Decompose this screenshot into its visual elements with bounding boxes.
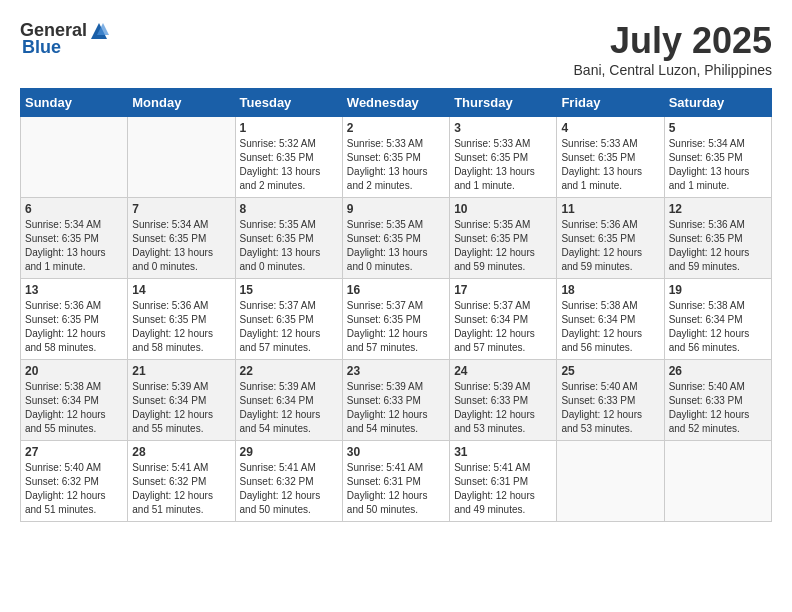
calendar-cell: 2Sunrise: 5:33 AM Sunset: 6:35 PM Daylig…	[342, 117, 449, 198]
calendar-cell: 5Sunrise: 5:34 AM Sunset: 6:35 PM Daylig…	[664, 117, 771, 198]
month-title: July 2025	[574, 20, 772, 62]
cell-info: Sunrise: 5:32 AM Sunset: 6:35 PM Dayligh…	[240, 137, 338, 193]
cell-info: Sunrise: 5:38 AM Sunset: 6:34 PM Dayligh…	[25, 380, 123, 436]
day-number: 8	[240, 202, 338, 216]
cell-info: Sunrise: 5:40 AM Sunset: 6:33 PM Dayligh…	[561, 380, 659, 436]
day-number: 2	[347, 121, 445, 135]
day-number: 21	[132, 364, 230, 378]
cell-info: Sunrise: 5:33 AM Sunset: 6:35 PM Dayligh…	[347, 137, 445, 193]
day-number: 18	[561, 283, 659, 297]
day-number: 9	[347, 202, 445, 216]
day-number: 17	[454, 283, 552, 297]
calendar-cell	[664, 441, 771, 522]
calendar-cell: 31Sunrise: 5:41 AM Sunset: 6:31 PM Dayli…	[450, 441, 557, 522]
calendar-cell: 10Sunrise: 5:35 AM Sunset: 6:35 PM Dayli…	[450, 198, 557, 279]
cell-info: Sunrise: 5:33 AM Sunset: 6:35 PM Dayligh…	[454, 137, 552, 193]
calendar-cell: 24Sunrise: 5:39 AM Sunset: 6:33 PM Dayli…	[450, 360, 557, 441]
day-number: 4	[561, 121, 659, 135]
cell-info: Sunrise: 5:39 AM Sunset: 6:33 PM Dayligh…	[454, 380, 552, 436]
day-number: 20	[25, 364, 123, 378]
day-number: 12	[669, 202, 767, 216]
day-number: 26	[669, 364, 767, 378]
cell-info: Sunrise: 5:34 AM Sunset: 6:35 PM Dayligh…	[669, 137, 767, 193]
subtitle: Bani, Central Luzon, Philippines	[574, 62, 772, 78]
calendar-cell: 27Sunrise: 5:40 AM Sunset: 6:32 PM Dayli…	[21, 441, 128, 522]
logo: General Blue	[20, 20, 111, 58]
calendar-cell: 20Sunrise: 5:38 AM Sunset: 6:34 PM Dayli…	[21, 360, 128, 441]
calendar-cell: 25Sunrise: 5:40 AM Sunset: 6:33 PM Dayli…	[557, 360, 664, 441]
calendar-cell: 3Sunrise: 5:33 AM Sunset: 6:35 PM Daylig…	[450, 117, 557, 198]
day-number: 5	[669, 121, 767, 135]
day-number: 10	[454, 202, 552, 216]
calendar-cell	[21, 117, 128, 198]
calendar-cell: 1Sunrise: 5:32 AM Sunset: 6:35 PM Daylig…	[235, 117, 342, 198]
title-section: July 2025 Bani, Central Luzon, Philippin…	[574, 20, 772, 78]
calendar-cell: 16Sunrise: 5:37 AM Sunset: 6:35 PM Dayli…	[342, 279, 449, 360]
cell-info: Sunrise: 5:37 AM Sunset: 6:35 PM Dayligh…	[347, 299, 445, 355]
cell-info: Sunrise: 5:34 AM Sunset: 6:35 PM Dayligh…	[25, 218, 123, 274]
day-number: 3	[454, 121, 552, 135]
day-number: 31	[454, 445, 552, 459]
calendar-header-row: SundayMondayTuesdayWednesdayThursdayFrid…	[21, 89, 772, 117]
calendar-cell: 15Sunrise: 5:37 AM Sunset: 6:35 PM Dayli…	[235, 279, 342, 360]
calendar-cell: 26Sunrise: 5:40 AM Sunset: 6:33 PM Dayli…	[664, 360, 771, 441]
cell-info: Sunrise: 5:40 AM Sunset: 6:33 PM Dayligh…	[669, 380, 767, 436]
calendar-cell: 19Sunrise: 5:38 AM Sunset: 6:34 PM Dayli…	[664, 279, 771, 360]
cell-info: Sunrise: 5:41 AM Sunset: 6:31 PM Dayligh…	[347, 461, 445, 517]
weekday-header: Monday	[128, 89, 235, 117]
calendar-cell: 18Sunrise: 5:38 AM Sunset: 6:34 PM Dayli…	[557, 279, 664, 360]
calendar-cell: 30Sunrise: 5:41 AM Sunset: 6:31 PM Dayli…	[342, 441, 449, 522]
day-number: 22	[240, 364, 338, 378]
calendar-cell: 22Sunrise: 5:39 AM Sunset: 6:34 PM Dayli…	[235, 360, 342, 441]
day-number: 13	[25, 283, 123, 297]
calendar-cell: 13Sunrise: 5:36 AM Sunset: 6:35 PM Dayli…	[21, 279, 128, 360]
calendar-cell	[128, 117, 235, 198]
calendar-cell	[557, 441, 664, 522]
calendar-week-row: 27Sunrise: 5:40 AM Sunset: 6:32 PM Dayli…	[21, 441, 772, 522]
weekday-header: Friday	[557, 89, 664, 117]
day-number: 6	[25, 202, 123, 216]
calendar-cell: 14Sunrise: 5:36 AM Sunset: 6:35 PM Dayli…	[128, 279, 235, 360]
day-number: 19	[669, 283, 767, 297]
logo-icon	[89, 21, 109, 41]
calendar-cell: 28Sunrise: 5:41 AM Sunset: 6:32 PM Dayli…	[128, 441, 235, 522]
calendar-week-row: 6Sunrise: 5:34 AM Sunset: 6:35 PM Daylig…	[21, 198, 772, 279]
calendar-cell: 8Sunrise: 5:35 AM Sunset: 6:35 PM Daylig…	[235, 198, 342, 279]
calendar-week-row: 20Sunrise: 5:38 AM Sunset: 6:34 PM Dayli…	[21, 360, 772, 441]
cell-info: Sunrise: 5:36 AM Sunset: 6:35 PM Dayligh…	[132, 299, 230, 355]
day-number: 28	[132, 445, 230, 459]
cell-info: Sunrise: 5:34 AM Sunset: 6:35 PM Dayligh…	[132, 218, 230, 274]
calendar-table: SundayMondayTuesdayWednesdayThursdayFrid…	[20, 88, 772, 522]
calendar-cell: 6Sunrise: 5:34 AM Sunset: 6:35 PM Daylig…	[21, 198, 128, 279]
logo-blue-text: Blue	[20, 37, 61, 58]
page-header: General Blue July 2025 Bani, Central Luz…	[20, 20, 772, 78]
weekday-header: Wednesday	[342, 89, 449, 117]
cell-info: Sunrise: 5:38 AM Sunset: 6:34 PM Dayligh…	[669, 299, 767, 355]
day-number: 14	[132, 283, 230, 297]
calendar-cell: 9Sunrise: 5:35 AM Sunset: 6:35 PM Daylig…	[342, 198, 449, 279]
weekday-header: Thursday	[450, 89, 557, 117]
day-number: 15	[240, 283, 338, 297]
calendar-cell: 29Sunrise: 5:41 AM Sunset: 6:32 PM Dayli…	[235, 441, 342, 522]
day-number: 7	[132, 202, 230, 216]
calendar-cell: 21Sunrise: 5:39 AM Sunset: 6:34 PM Dayli…	[128, 360, 235, 441]
cell-info: Sunrise: 5:41 AM Sunset: 6:32 PM Dayligh…	[240, 461, 338, 517]
day-number: 23	[347, 364, 445, 378]
day-number: 1	[240, 121, 338, 135]
cell-info: Sunrise: 5:36 AM Sunset: 6:35 PM Dayligh…	[25, 299, 123, 355]
cell-info: Sunrise: 5:40 AM Sunset: 6:32 PM Dayligh…	[25, 461, 123, 517]
cell-info: Sunrise: 5:35 AM Sunset: 6:35 PM Dayligh…	[454, 218, 552, 274]
calendar-week-row: 13Sunrise: 5:36 AM Sunset: 6:35 PM Dayli…	[21, 279, 772, 360]
day-number: 27	[25, 445, 123, 459]
cell-info: Sunrise: 5:38 AM Sunset: 6:34 PM Dayligh…	[561, 299, 659, 355]
calendar-cell: 4Sunrise: 5:33 AM Sunset: 6:35 PM Daylig…	[557, 117, 664, 198]
calendar-week-row: 1Sunrise: 5:32 AM Sunset: 6:35 PM Daylig…	[21, 117, 772, 198]
calendar-cell: 7Sunrise: 5:34 AM Sunset: 6:35 PM Daylig…	[128, 198, 235, 279]
calendar-cell: 12Sunrise: 5:36 AM Sunset: 6:35 PM Dayli…	[664, 198, 771, 279]
cell-info: Sunrise: 5:36 AM Sunset: 6:35 PM Dayligh…	[669, 218, 767, 274]
day-number: 29	[240, 445, 338, 459]
cell-info: Sunrise: 5:39 AM Sunset: 6:34 PM Dayligh…	[240, 380, 338, 436]
day-number: 11	[561, 202, 659, 216]
cell-info: Sunrise: 5:39 AM Sunset: 6:34 PM Dayligh…	[132, 380, 230, 436]
weekday-header: Tuesday	[235, 89, 342, 117]
